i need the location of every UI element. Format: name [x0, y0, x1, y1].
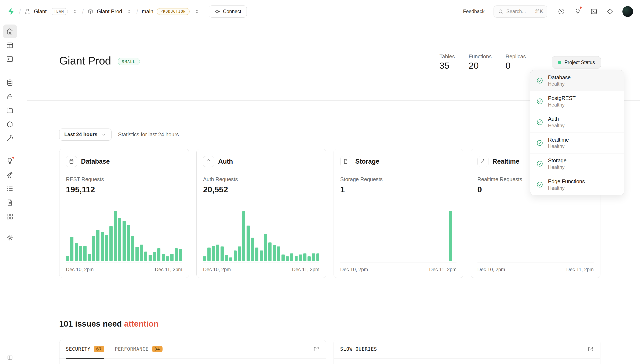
help-button[interactable]: [555, 5, 568, 18]
project-status-label: Project Status: [564, 60, 595, 65]
help-icon: [558, 8, 565, 15]
check-circle-icon: [536, 98, 543, 105]
supabase-logo-icon: [7, 7, 16, 16]
branch-env-badge: PRODUCTION: [157, 8, 190, 15]
chevron-down-icon: [101, 132, 106, 138]
check-circle-icon: [536, 181, 543, 188]
metric-value: 1: [340, 185, 457, 194]
topnav-actions: Feedback Search... ⌘K: [459, 5, 633, 18]
sidebar-item-sql-editor[interactable]: [3, 52, 17, 66]
chart-date-start: Dec 10, 2pm: [340, 267, 368, 272]
sidebar-item-advisors[interactable]: [3, 154, 17, 168]
main-content: Giant Prod SMALL Tables 35 Functions 20 …: [20, 23, 640, 364]
search-input[interactable]: Search... ⌘K: [494, 6, 547, 18]
external-link-icon: [587, 346, 594, 352]
project-breadcrumb[interactable]: Giant Prod: [87, 8, 122, 14]
project-stats: Tables 35 Functions 20 Replicas 0: [439, 53, 526, 71]
advisor-external-link-button[interactable]: [313, 346, 319, 352]
status-item-auth[interactable]: AuthHealthy: [530, 112, 624, 132]
sidebar-item-database[interactable]: [3, 76, 17, 90]
status-item-storage[interactable]: StorageHealthy: [530, 154, 624, 174]
org-breadcrumb[interactable]: Giant TEAM: [25, 8, 68, 15]
tab-security[interactable]: SECURITY 67: [66, 340, 104, 358]
metric-label: REST Requests: [66, 176, 182, 182]
stat-label: Tables: [439, 54, 455, 60]
check-circle-icon: [536, 160, 543, 168]
issues-highlight: attention: [124, 319, 158, 328]
tab-performance[interactable]: PERFORMANCE 34: [115, 340, 162, 358]
project-status-dropdown: DatabaseHealthy PostgRESTHealthy AuthHea…: [530, 70, 624, 195]
chart-date-end: Dec 11, 2pm: [292, 267, 319, 272]
org-name: Giant: [34, 8, 47, 14]
breadcrumb: / Giant TEAM / Giant Prod / main PRODUCT…: [7, 6, 247, 18]
notifications-button[interactable]: [571, 5, 584, 18]
app-shell: / Giant TEAM / Giant Prod / main PRODUCT…: [0, 0, 640, 364]
storage-usage-card[interactable]: Storage Storage Requests 1 Dec 10, 2pm D…: [334, 149, 463, 278]
search-icon: [498, 9, 504, 14]
sidebar-item-realtime[interactable]: [3, 131, 17, 145]
status-item-realtime[interactable]: RealtimeHealthy: [530, 133, 624, 154]
org-switcher-button[interactable]: [72, 8, 79, 15]
project-status-button[interactable]: Project Status: [552, 56, 601, 68]
sidebar-item-settings[interactable]: [3, 230, 17, 244]
editor-button[interactable]: [587, 5, 600, 18]
stat-tables: Tables 35: [439, 54, 455, 71]
stat-label: Replicas: [506, 54, 526, 60]
sidebar-item-table-editor[interactable]: [3, 38, 17, 52]
branch-switcher-button[interactable]: [193, 8, 200, 15]
advisor-alert-dot: [12, 156, 15, 159]
stat-replicas: Replicas 0: [506, 54, 526, 71]
stat-value: 20: [469, 61, 492, 71]
sidebar-item-integrations[interactable]: [3, 210, 17, 224]
avatar[interactable]: [622, 6, 633, 17]
database-usage-card[interactable]: Database REST Requests 195,112 Dec 10, 2…: [59, 149, 189, 278]
time-range-select[interactable]: Last 24 hours: [59, 128, 112, 141]
time-range-label: Last 24 hours: [64, 132, 98, 138]
deploy-button[interactable]: [604, 5, 617, 18]
sidebar-item-edge-functions[interactable]: [3, 117, 17, 131]
status-dot: [558, 61, 561, 64]
rest-requests-chart: [66, 211, 182, 261]
stat-functions: Functions 20: [469, 54, 492, 71]
status-item-database[interactable]: DatabaseHealthy: [530, 70, 624, 91]
connect-button[interactable]: Connect: [209, 6, 247, 18]
usage-cards: Database REST Requests 195,112 Dec 10, 2…: [59, 149, 600, 278]
edge-functions-icon: [6, 120, 14, 128]
sidebar-item-logs[interactable]: [3, 182, 17, 196]
project-switcher-button[interactable]: [126, 8, 133, 15]
collapse-sidebar-button[interactable]: [7, 355, 13, 361]
status-item-postgrest[interactable]: PostgRESTHealthy: [530, 91, 624, 112]
bottom-panels: SECURITY 67 PERFORMANCE 34 SLOW QUERIES: [59, 340, 600, 364]
supabase-logo[interactable]: [7, 7, 16, 16]
connect-label: Connect: [223, 9, 241, 14]
sidebar-item-storage[interactable]: [3, 104, 17, 118]
panel-collapse-icon: [7, 355, 13, 361]
table-editor-icon: [6, 42, 14, 49]
sidebar-item-home[interactable]: [3, 24, 17, 38]
card-title: Auth: [218, 158, 233, 165]
sidebar-item-auth[interactable]: [3, 90, 17, 104]
chevrons-up-down-icon: [194, 9, 199, 14]
top-navigation: / Giant TEAM / Giant Prod / main PRODUCT…: [0, 0, 640, 23]
database-icon: [6, 79, 14, 87]
breadcrumb-separator: /: [136, 8, 138, 15]
advisor-panel-header: SECURITY 67 PERFORMANCE 34: [60, 340, 326, 359]
realtime-requests-chart: [478, 211, 594, 261]
slow-queries-external-link-button[interactable]: [587, 346, 594, 352]
advisor-panel: SECURITY 67 PERFORMANCE 34: [59, 340, 326, 364]
metric-value: 195,112: [66, 185, 182, 194]
storage-file-icon: [340, 156, 351, 167]
lock-icon: [203, 156, 214, 167]
slow-queries-header: SLOW QUERIES: [334, 340, 600, 359]
auth-usage-card[interactable]: Auth Auth Requests 20,552 Dec 10, 2pm De…: [196, 149, 326, 278]
sidebar-item-reports[interactable]: [3, 168, 17, 182]
chart-date-end: Dec 11, 2pm: [566, 267, 594, 272]
status-item-edge-functions[interactable]: Edge FunctionsHealthy: [530, 174, 624, 195]
breadcrumb-separator: /: [82, 8, 84, 15]
gear-icon: [6, 234, 14, 242]
card-title: Storage: [355, 158, 379, 165]
branch-breadcrumb[interactable]: main PRODUCTION: [142, 8, 190, 15]
notification-dot: [579, 6, 582, 9]
feedback-button[interactable]: Feedback: [459, 6, 489, 17]
sidebar-item-api-docs[interactable]: [3, 196, 17, 210]
